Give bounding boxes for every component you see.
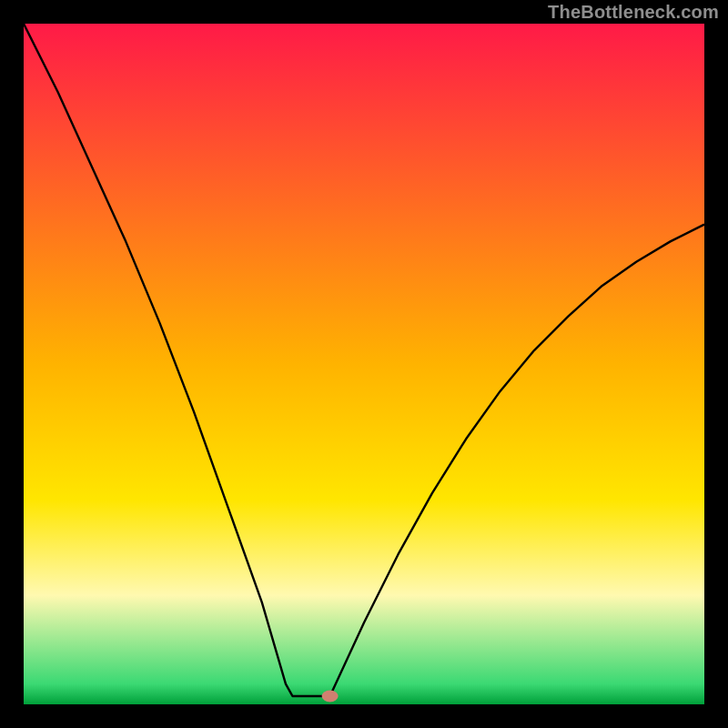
watermark-label: TheBottleneck.com <box>548 2 719 23</box>
optimal-point-marker <box>322 691 339 703</box>
chart-frame: TheBottleneck.com <box>0 0 728 728</box>
chart-svg <box>24 24 704 704</box>
chart-plot-area <box>24 24 704 704</box>
chart-background <box>24 24 704 704</box>
